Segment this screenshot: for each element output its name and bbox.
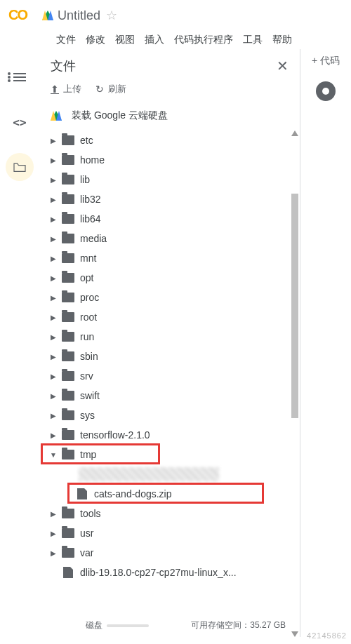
folder-row[interactable]: ▶opt (48, 268, 300, 288)
expand-arrow-icon[interactable]: ▼ (48, 451, 59, 459)
expand-arrow-icon[interactable]: ▶ (48, 215, 59, 223)
expand-arrow-icon[interactable]: ▶ (48, 431, 59, 439)
upload-label: 上传 (63, 83, 81, 95)
folder-row[interactable]: ▶media (48, 229, 300, 248)
expand-arrow-icon[interactable]: ▶ (48, 392, 59, 400)
folder-row[interactable]: ▶swift (48, 386, 300, 405)
folder-row[interactable]: ▶etc (48, 130, 300, 150)
folder-icon (62, 155, 74, 165)
scroll-up-icon[interactable] (291, 130, 298, 136)
upload-icon: ⬆ (51, 83, 59, 95)
node-label: sbin (80, 351, 98, 362)
expand-arrow-icon[interactable]: ▶ (48, 294, 59, 302)
menu-help[interactable]: 帮助 (272, 34, 292, 46)
folder-icon (62, 293, 74, 302)
expand-arrow-icon[interactable]: ▶ (48, 274, 59, 282)
expand-arrow-icon[interactable]: ▶ (48, 196, 59, 203)
expand-arrow-icon[interactable]: ▶ (48, 176, 59, 184)
close-panel-button[interactable]: ✕ (277, 58, 289, 74)
folder-icon (62, 509, 74, 518)
node-label: srv (80, 370, 93, 382)
drive-icon (42, 11, 53, 20)
disk-footer: 磁盘 可用存储空间：35.27 GB (86, 619, 300, 631)
node-label: swift (80, 390, 100, 401)
expand-arrow-icon[interactable]: ▶ (48, 412, 59, 420)
expand-arrow-icon[interactable]: ▶ (48, 235, 59, 243)
mount-drive-button[interactable]: 装载 Google 云端硬盘 (39, 104, 300, 130)
expand-arrow-icon[interactable]: ▶ (48, 549, 59, 557)
expand-arrow-icon[interactable]: ▶ (48, 373, 59, 380)
folder-row[interactable]: ▶run (48, 327, 300, 347)
file-tree[interactable]: ▶etc▶home▶lib▶lib32▶lib64▶media▶mnt▶opt▶… (39, 130, 300, 637)
file-panel: 文件 ✕ ⬆ 上传 ↻ 刷新 装载 Google 云端硬盘 ▶etc▶home▶… (39, 49, 300, 637)
expand-arrow-icon[interactable]: ▶ (48, 137, 59, 145)
folder-icon (62, 175, 74, 185)
record-icon (322, 88, 329, 95)
star-icon[interactable]: ☆ (106, 8, 117, 23)
find-replace-button[interactable]: <> (6, 108, 34, 136)
file-icon (63, 567, 73, 578)
disk-usage-bar (107, 624, 149, 627)
upload-button[interactable]: ⬆ 上传 (51, 83, 81, 95)
document-title[interactable]: Untitled (58, 8, 100, 23)
folder-row[interactable]: ▶lib64 (48, 209, 300, 229)
expand-arrow-icon[interactable]: ▶ (48, 156, 59, 164)
file-row[interactable]: dlib-19.18.0-cp27-cp27mu-linux_x... (48, 563, 300, 582)
right-strip: + 代码 (300, 49, 351, 637)
node-label: usr (80, 528, 93, 539)
expand-arrow-icon[interactable]: ▶ (48, 255, 59, 262)
watermark: 42145862 (307, 631, 347, 640)
add-code-button[interactable]: + 代码 (312, 55, 340, 67)
folder-icon (62, 548, 74, 558)
folder-icon (62, 351, 74, 361)
expand-arrow-icon[interactable]: ▶ (48, 510, 59, 518)
node-label: tensorflow-2.1.0 (80, 429, 150, 441)
node-label: lib64 (80, 213, 101, 224)
folder-row[interactable]: ▶root (48, 307, 300, 327)
expand-arrow-icon[interactable]: ▶ (48, 530, 59, 537)
folder-row[interactable]: ▶proc (48, 288, 300, 307)
folder-icon (62, 410, 74, 420)
folder-icon (62, 371, 74, 381)
menu-edit[interactable]: 修改 (86, 34, 105, 46)
expand-arrow-icon[interactable]: ▶ (48, 314, 59, 321)
expand-arrow-icon[interactable]: ▶ (48, 333, 59, 341)
folder-row[interactable]: ▶usr (48, 523, 300, 543)
folder-row[interactable]: ▶tools (48, 504, 300, 523)
folder-icon (62, 214, 74, 224)
left-rail: <> (0, 49, 39, 637)
menu-insert[interactable]: 插入 (145, 34, 164, 46)
node-label: var (80, 547, 93, 558)
tree-scrollbar[interactable] (291, 130, 298, 637)
menu-file[interactable]: 文件 (56, 34, 76, 46)
refresh-label: 刷新 (108, 83, 126, 95)
record-button[interactable] (316, 81, 336, 101)
node-label: run (80, 331, 94, 342)
folder-row[interactable]: ▶srv (48, 366, 300, 386)
scroll-thumb[interactable] (291, 194, 298, 418)
file-row[interactable]: cats-and-dogs.zip (48, 484, 300, 504)
menu-view[interactable]: 视图 (115, 34, 135, 46)
toc-icon (13, 76, 26, 78)
files-button[interactable] (6, 153, 34, 181)
folder-row[interactable]: ▶sbin (48, 347, 300, 366)
scroll-down-icon[interactable] (291, 631, 298, 637)
folder-row[interactable]: ▼tmp (48, 445, 300, 464)
toc-button[interactable] (6, 63, 34, 91)
folder-row[interactable]: ▶mnt (48, 248, 300, 268)
folder-row[interactable]: ▶var (48, 543, 300, 563)
node-label: etc (80, 135, 93, 146)
folder-icon (62, 253, 74, 263)
menu-tools[interactable]: 工具 (243, 34, 263, 46)
folder-icon (62, 332, 74, 342)
blurred-row[interactable] (48, 464, 300, 484)
folder-row[interactable]: ▶sys (48, 405, 300, 425)
folder-row[interactable]: ▶home (48, 150, 300, 170)
menu-runtime[interactable]: 代码执行程序 (174, 34, 233, 46)
refresh-button[interactable]: ↻ 刷新 (95, 83, 126, 95)
folder-row[interactable]: ▶tensorflow-2.1.0 (48, 425, 300, 445)
folder-row[interactable]: ▶lib32 (48, 189, 300, 209)
expand-arrow-icon[interactable]: ▶ (48, 353, 59, 361)
panel-actions: ⬆ 上传 ↻ 刷新 (39, 80, 300, 104)
folder-row[interactable]: ▶lib (48, 170, 300, 189)
